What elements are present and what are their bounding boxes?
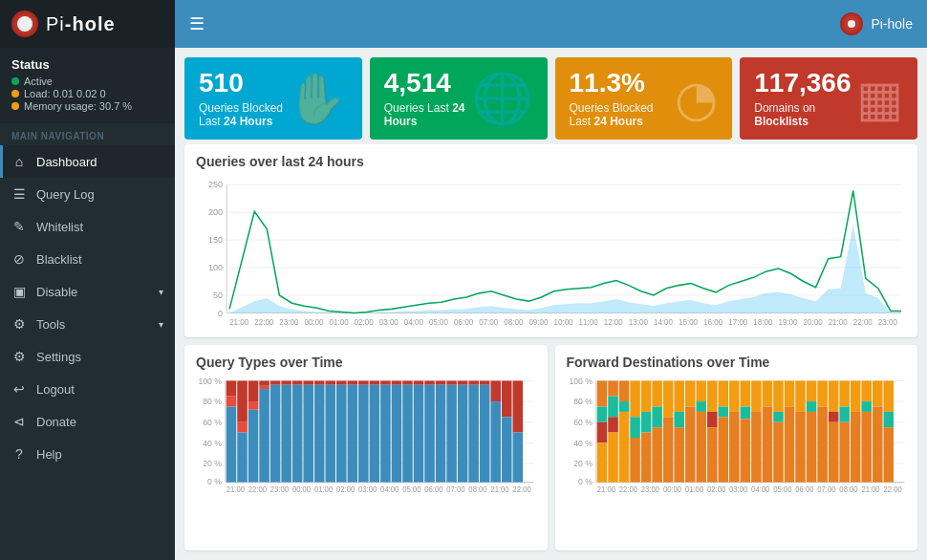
svg-rect-178 xyxy=(718,406,728,417)
sidebar-header: Pi-hole xyxy=(0,0,175,48)
sidebar-item-logout[interactable]: ↩ Logout xyxy=(0,373,175,405)
svg-rect-74 xyxy=(292,380,303,384)
svg-text:23:00: 23:00 xyxy=(270,485,290,495)
svg-text:15:00: 15:00 xyxy=(679,318,699,327)
stat-label-blocked: Queries Blocked Last 24 Hours xyxy=(199,101,286,128)
sidebar: Pi-hole Status Active Load: 0.01 0.02 0 … xyxy=(0,0,175,560)
svg-text:40 %: 40 % xyxy=(203,438,222,448)
svg-text:09:00: 09:00 xyxy=(528,318,549,327)
stat-card-queries: 4,514 Queries Last 24 Hours 🌐 xyxy=(370,57,548,140)
square-icon: ▣ xyxy=(11,284,27,299)
svg-rect-184 xyxy=(740,419,750,482)
svg-rect-172 xyxy=(696,401,706,412)
svg-rect-190 xyxy=(773,412,784,422)
svg-rect-161 xyxy=(652,380,662,406)
svg-rect-160 xyxy=(640,432,651,482)
help-icon: ? xyxy=(11,446,27,462)
stat-text-domains: 117,366 Domains on Blocklists xyxy=(754,69,856,128)
svg-rect-155 xyxy=(630,380,640,417)
sidebar-label-blacklist: Blacklist xyxy=(36,252,82,267)
forward-dest-chart-container: 100 % 80 % 60 % 40 % 20 % 0 % xyxy=(567,376,907,500)
forward-dest-card: Forward Destinations over Time 100 % 80 … xyxy=(555,345,918,550)
svg-rect-177 xyxy=(718,380,728,406)
sidebar-item-disable[interactable]: ▣ Disable ▾ xyxy=(0,275,175,308)
forward-dest-bars xyxy=(596,380,893,482)
svg-rect-158 xyxy=(640,380,651,412)
status-memory: Memory usage: 30.7 % xyxy=(11,100,163,112)
status-load-label: Load: 0.01 0.02 0 xyxy=(24,88,106,99)
svg-text:60 %: 60 % xyxy=(573,417,593,427)
sidebar-item-help[interactable]: ? Help xyxy=(0,438,175,470)
sidebar-item-query-log[interactable]: ☰ Query Log xyxy=(0,178,175,210)
sidebar-item-settings[interactable]: ⚙ Settings xyxy=(0,340,175,373)
svg-text:20:00: 20:00 xyxy=(804,318,824,327)
disable-arrow: ▾ xyxy=(159,287,163,297)
svg-text:02:00: 02:00 xyxy=(336,485,356,495)
svg-rect-103 xyxy=(446,385,457,483)
pie-icon: ◔ xyxy=(675,74,718,123)
svg-rect-145 xyxy=(596,406,607,421)
svg-text:0 %: 0 % xyxy=(578,476,593,486)
query-types-chart-container: 100 % 80 % 60 % 40 % 20 % 0 % xyxy=(196,376,536,500)
svg-text:08:00: 08:00 xyxy=(839,485,858,495)
svg-rect-90 xyxy=(380,380,391,384)
line-chart-title: Queries over last 24 hours xyxy=(196,154,906,169)
status-memory-label: Memory usage: 30.7 % xyxy=(24,100,132,112)
sidebar-label-help: Help xyxy=(36,447,62,462)
stat-card-percent: 11.3% Queries Blocked Last 24 Hours ◔ xyxy=(555,57,733,140)
sidebar-item-donate[interactable]: ⊲ Donate xyxy=(0,405,175,438)
svg-rect-66 xyxy=(248,410,259,483)
svg-rect-204 xyxy=(839,380,850,406)
svg-text:00:00: 00:00 xyxy=(304,318,324,327)
svg-rect-169 xyxy=(684,380,695,406)
svg-rect-101 xyxy=(436,385,446,483)
forward-dest-title: Forward Destinations over Time xyxy=(567,355,907,370)
svg-text:21:00: 21:00 xyxy=(226,485,246,495)
sidebar-label-settings: Settings xyxy=(36,350,81,364)
svg-rect-106 xyxy=(468,380,479,384)
svg-rect-113 xyxy=(502,417,512,482)
svg-text:12:00: 12:00 xyxy=(604,318,624,327)
sidebar-item-whitelist[interactable]: ✎ Whitelist xyxy=(0,210,175,243)
svg-rect-180 xyxy=(729,380,740,412)
svg-rect-170 xyxy=(684,406,695,482)
svg-text:02:00: 02:00 xyxy=(355,318,375,327)
sidebar-title: Pi-hole xyxy=(46,13,116,35)
menu-toggle-button[interactable]: ☰ xyxy=(189,13,205,34)
sidebar-label-tools: Tools xyxy=(36,317,65,332)
svg-text:13:00: 13:00 xyxy=(629,318,649,327)
stat-number-percent: 11.3% xyxy=(570,69,676,98)
sidebar-label-whitelist: Whitelist xyxy=(36,220,83,234)
svg-text:21:00: 21:00 xyxy=(229,318,249,327)
svg-rect-83 xyxy=(336,385,347,483)
svg-text:04:00: 04:00 xyxy=(404,318,424,327)
sidebar-logo xyxy=(11,11,38,37)
sidebar-item-dashboard[interactable]: ⌂ Dashboard xyxy=(0,145,175,178)
svg-rect-71 xyxy=(270,385,281,483)
svg-text:01:00: 01:00 xyxy=(314,485,334,495)
logout-icon: ↩ xyxy=(11,381,27,397)
sidebar-item-blacklist[interactable]: ⊘ Blacklist xyxy=(0,243,175,275)
sidebar-item-tools[interactable]: ⚙ Tools ▾ xyxy=(0,308,175,340)
svg-rect-64 xyxy=(248,380,259,401)
block-icon: ▦ xyxy=(856,74,903,123)
svg-rect-197 xyxy=(806,401,816,412)
svg-rect-105 xyxy=(458,385,468,483)
svg-rect-79 xyxy=(314,385,325,483)
svg-rect-80 xyxy=(325,380,335,384)
svg-text:11:00: 11:00 xyxy=(579,318,599,327)
svg-rect-68 xyxy=(259,386,269,389)
svg-rect-206 xyxy=(839,422,850,483)
svg-rect-108 xyxy=(480,380,490,384)
svg-rect-88 xyxy=(370,380,380,384)
query-bars xyxy=(226,380,523,482)
svg-text:10:00: 10:00 xyxy=(554,318,574,327)
donate-icon: ⊲ xyxy=(11,414,27,429)
svg-text:04:00: 04:00 xyxy=(380,485,399,495)
svg-rect-215 xyxy=(883,412,894,427)
svg-rect-185 xyxy=(751,380,762,412)
svg-rect-174 xyxy=(707,380,718,412)
list-icon: ☰ xyxy=(11,186,27,202)
stat-label-percent: Queries Blocked Last 24 Hours xyxy=(570,101,676,128)
stat-card-blocked: 510 Queries Blocked Last 24 Hours ✋ xyxy=(184,57,362,140)
